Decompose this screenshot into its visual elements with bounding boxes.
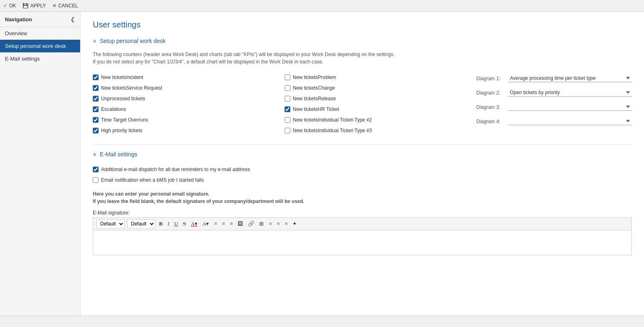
main-layout: Navigation ❮ Overview Setup personal wor… [0, 12, 644, 316]
checkbox-release-input[interactable] [285, 96, 290, 101]
checkbox-service-label: New ticketsService Request [101, 85, 162, 91]
apply-button[interactable]: 💾 APPLY [22, 3, 46, 9]
sidebar-item-setup-personal-work-desk[interactable]: Setup personal work desk [0, 40, 80, 52]
insert-link-button[interactable]: 🔗 [247, 220, 256, 228]
strikethrough-button[interactable]: S [182, 220, 187, 228]
checkbox-timetarget-label: Time Target Overruns [101, 117, 148, 123]
checkbox-hr-label: New ticketsHR Ticket [293, 106, 339, 112]
right-checkboxes: New ticketsProblem New ticketsChange New… [285, 72, 468, 136]
indent-button[interactable]: ≡ [229, 220, 234, 228]
font-size-select[interactable]: Default [127, 219, 155, 228]
editor-toolbar: Default Default B I U S A▾ A▾ ≡ ≡ ≡ 🖼 🔗 [93, 218, 631, 230]
sidebar-nav: Overview Setup personal work desk E-Mail… [0, 27, 80, 65]
bold-button[interactable]: B [158, 220, 164, 228]
sidebar-item-email-settings[interactable]: E-Mail settings [0, 52, 80, 65]
checkbox-new-tickets-service: New ticketsService Request [93, 83, 276, 93]
checkbox-change-input[interactable] [285, 85, 290, 91]
checkbox-incident-label: New ticketsIncident [101, 74, 143, 80]
email-notification-row: Email notification when a bMS job I star… [93, 175, 632, 185]
email-section: ∧ E-Mail settings Additional e-mail disp… [93, 151, 632, 255]
ordered-list-button[interactable]: ≡ [221, 220, 226, 228]
email-section-label: E-Mail settings [100, 151, 137, 158]
email-notification-label: Email notification when a bMS job I star… [101, 177, 204, 183]
font-color-button[interactable]: A▾ [190, 220, 199, 228]
email-dispatch-input[interactable] [93, 167, 99, 172]
unordered-list-button[interactable]: ≡ [213, 220, 218, 228]
page-title: User settings [93, 20, 632, 29]
checkbox-problem-label: New ticketsProblem [293, 74, 336, 80]
checkbox-individual2-label: New ticketsIndividual Ticket-Type #2 [293, 117, 372, 123]
align-left-button[interactable]: ≡ [267, 220, 273, 228]
setup-section-desc: The following counters (header area Work… [93, 51, 632, 65]
bottom-bar [0, 316, 644, 327]
toolbar: ✓ OK 💾 APPLY ✕ CANCEL [0, 0, 644, 12]
underline-button[interactable]: U [173, 220, 179, 228]
sidebar-header: Navigation ❮ [0, 12, 80, 27]
email-dispatch-label: Additional e-mail dispatch for all due r… [101, 167, 250, 172]
ok-button[interactable]: ✓ OK [3, 3, 16, 9]
checkbox-high-priority: High priority tickets [93, 125, 276, 136]
diagram-1-row: Diagram 1: Average processing time per t… [476, 72, 632, 85]
checkbox-individual2-input[interactable] [285, 117, 290, 123]
diagram-column: Diagram 1: Average processing time per t… [476, 72, 632, 136]
diagram-2-select[interactable]: Open tickets by priority [508, 89, 632, 97]
insert-image-button[interactable]: 🖼 [236, 220, 244, 228]
navigation-label: Navigation [5, 16, 32, 23]
checkbox-timetarget-input[interactable] [93, 117, 99, 123]
cancel-button[interactable]: ✕ CANCEL [52, 3, 78, 9]
checkbox-escalations: Escalations [93, 104, 276, 115]
setup-section-label: Setup personal work desk [100, 38, 166, 44]
left-checkboxes: New ticketsIncident New ticketsService R… [93, 72, 276, 136]
ok-icon: ✓ [3, 3, 7, 9]
checkbox-hr-input[interactable] [285, 106, 290, 112]
bg-color-button[interactable]: A▾ [201, 220, 210, 228]
diagram-4-select[interactable] [508, 117, 632, 125]
diagram-3-row: Diagram 3: [476, 101, 632, 113]
checkbox-incident-input[interactable] [93, 74, 99, 80]
checkbox-individual3-label: New ticketsIndividual Ticket-Type #3 [293, 128, 372, 133]
align-right-button[interactable]: ≡ [283, 220, 289, 228]
checkbox-escalations-label: Escalations [101, 106, 126, 112]
checkbox-unprocessed: Unprocessed tickets [93, 93, 276, 104]
cancel-icon: ✕ [52, 3, 56, 9]
checkbox-unprocessed-label: Unprocessed tickets [101, 96, 145, 101]
setup-section: ∧ Setup personal work desk The following… [93, 38, 632, 136]
diagram-2-row: Diagram 2: Open tickets by priority [476, 86, 632, 99]
sidebar: Navigation ❮ Overview Setup personal wor… [0, 12, 81, 316]
signature-label: E-Mail signature: [93, 210, 632, 216]
checkbox-problem-input[interactable] [285, 74, 290, 80]
special-button[interactable]: ✦ [291, 220, 298, 228]
setup-section-header[interactable]: ∧ Setup personal work desk [93, 38, 632, 44]
checkbox-new-tickets-change: New ticketsChange [285, 83, 468, 93]
checkbox-unprocessed-input[interactable] [93, 96, 99, 101]
checkbox-escalations-input[interactable] [93, 106, 99, 112]
section-divider [93, 144, 632, 144]
sidebar-item-overview[interactable]: Overview [0, 27, 80, 40]
content: User settings ∧ Setup personal work desk… [81, 12, 644, 316]
diagram-3-label: Diagram 3: [476, 104, 505, 110]
chevron-up-icon: ∧ [93, 38, 96, 44]
checkbox-highpriority-input[interactable] [93, 128, 99, 133]
chevron-up-icon-email: ∧ [93, 151, 96, 157]
font-family-select[interactable]: Default [96, 219, 125, 228]
checkbox-new-tickets-release: New ticketsRelease [285, 93, 468, 104]
sidebar-collapse-button[interactable]: ❮ [70, 16, 75, 23]
checkbox-highpriority-label: High priority tickets [101, 128, 142, 133]
checkbox-individual3-input[interactable] [285, 128, 290, 133]
italic-button[interactable]: I [166, 220, 171, 228]
checkbox-new-tickets-incident: New ticketsIncident [93, 72, 276, 83]
email-notification-input[interactable] [93, 177, 99, 183]
email-section-header[interactable]: ∧ E-Mail settings [93, 151, 632, 158]
align-center-button[interactable]: ≡ [276, 220, 281, 228]
checkbox-service-input[interactable] [93, 85, 99, 91]
insert-table-button[interactable]: ⊞ [258, 220, 265, 228]
checkbox-new-tickets-problem: New ticketsProblem [285, 72, 468, 83]
diagram-1-label: Diagram 1: [476, 76, 505, 81]
checkbox-individual-3: New ticketsIndividual Ticket-Type #3 [285, 125, 468, 136]
diagram-1-select[interactable]: Average processing time per ticket type [508, 74, 632, 82]
diagram-4-label: Diagram 4: [476, 119, 505, 124]
checkbox-time-target: Time Target Overruns [93, 115, 276, 125]
diagram-2-label: Diagram 2: [476, 90, 505, 96]
diagram-3-select[interactable] [508, 103, 632, 111]
editor-body[interactable] [93, 230, 631, 255]
